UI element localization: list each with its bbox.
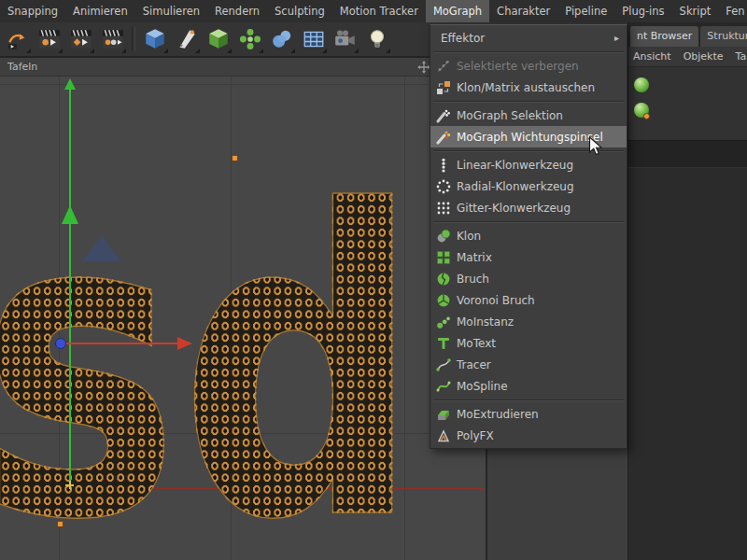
menu-item-moextrudieren[interactable]: MoExtrudieren xyxy=(430,403,627,425)
menu-item-klon-matrix-austauschen[interactable]: Klon/Matrix austauschen xyxy=(430,77,627,98)
x-axis-handle[interactable] xyxy=(63,343,179,344)
app-window: Snapping Animieren Simulieren Rendern Sc… xyxy=(0,0,747,560)
object-manager-menubar: Ansicht Objekte Ta xyxy=(628,47,747,67)
keyframe-record-icon[interactable] xyxy=(35,25,63,54)
bounding-box-handle[interactable] xyxy=(232,155,238,161)
menu-simulieren[interactable]: Simulieren xyxy=(135,0,207,22)
subdivision-cube-icon[interactable] xyxy=(204,25,233,54)
viewport-menu-tafeln[interactable]: Tafeln xyxy=(7,61,37,73)
menu-pipeline[interactable]: Pipeline xyxy=(557,0,614,22)
panel-divider xyxy=(628,140,747,168)
menu-item-polyfx[interactable]: PolyFX xyxy=(430,425,627,446)
fracture-icon xyxy=(436,272,451,287)
menu-item-label: Klon/Matrix austauschen xyxy=(457,81,595,94)
menu-separator xyxy=(430,397,627,403)
motext-icon xyxy=(436,336,451,351)
panel-tab-bar: nt Browser Struktur xyxy=(628,22,747,47)
menu-item-matrix[interactable]: Matrix xyxy=(430,246,627,268)
submenu-arrow-icon: ▸ xyxy=(614,33,619,43)
viewport-header: Tafeln xyxy=(0,58,486,77)
metaball-icon[interactable] xyxy=(267,25,296,54)
menu-snapping[interactable]: Snapping xyxy=(0,0,65,22)
metaball-icon xyxy=(270,27,294,51)
menu-mograph[interactable]: MoGraph xyxy=(426,0,489,22)
keyframe-edit-icon[interactable] xyxy=(98,25,127,54)
menu-item-label: MoGraph Selektion xyxy=(457,109,563,122)
menu-item-klon[interactable]: Klon xyxy=(430,225,627,246)
menu-animieren[interactable]: Animieren xyxy=(65,0,135,22)
menu-item-gitter-klonwerkzeug[interactable]: Gitter-Klonwerkzeug xyxy=(430,197,627,218)
object-item[interactable] xyxy=(634,97,747,122)
menu-item-label: Gitter-Klonwerkzeug xyxy=(457,202,571,215)
mograph-dropdown-menu: Effektor ▸ Selektierte verbergen Klon/Ma… xyxy=(430,24,627,449)
object-origin-handle[interactable] xyxy=(55,338,66,349)
menu-item-label: Selektierte verbergen xyxy=(457,60,579,73)
cube-primitive-icon xyxy=(143,27,167,51)
menu-item-bruch[interactable]: Bruch xyxy=(430,268,627,289)
menu-sculpting[interactable]: Sculpting xyxy=(267,0,332,22)
menu-objekte[interactable]: Objekte xyxy=(684,50,724,63)
matrix-icon xyxy=(436,250,451,265)
keyframe-record-icon xyxy=(37,27,62,51)
menu-plugins[interactable]: Plug-ins xyxy=(614,0,671,22)
menu-skript[interactable]: Skript xyxy=(672,0,719,22)
menu-item-label: Linear-Klonwerkzeug xyxy=(457,159,573,172)
menu-fenster[interactable]: Fen xyxy=(718,0,747,22)
keyframe-play-icon xyxy=(69,27,93,51)
menu-ansicht[interactable]: Ansicht xyxy=(633,50,671,63)
menu-item-mograph-selektion[interactable]: MoGraph Selektion xyxy=(430,105,627,126)
menu-item-radial-klonwerkzeug[interactable]: Radial-Klonwerkzeug xyxy=(430,175,627,197)
linear-clone-icon xyxy=(436,158,451,173)
menu-item-moinstanz[interactable]: MoInstanz xyxy=(430,311,627,332)
grid-clone-icon xyxy=(436,201,451,216)
radial-clone-icon xyxy=(436,179,451,194)
menu-item-label: Klon xyxy=(457,230,481,243)
y-axis-arrowhead-icon[interactable] xyxy=(64,78,76,90)
menu-item-tracer[interactable]: Tracer xyxy=(430,354,627,375)
mouse-cursor-icon xyxy=(588,136,603,161)
tab-struktur[interactable]: Struktur xyxy=(700,26,747,47)
y-axis-handle[interactable] xyxy=(69,84,71,485)
weight-brush-icon xyxy=(436,130,451,145)
ffd-grid-icon[interactable] xyxy=(299,25,328,54)
menu-item-label: MoGraph Wichtungspinsel xyxy=(457,131,603,144)
viewport-canvas[interactable]: Tafeln sd xyxy=(0,58,486,560)
motion-track-icon[interactable] xyxy=(3,25,32,54)
right-panel: nt Browser Struktur Ansicht Objekte Ta xyxy=(627,22,747,560)
cube-primitive-icon[interactable] xyxy=(140,25,169,54)
menu-motion-tracker[interactable]: Motion Tracker xyxy=(332,0,426,22)
menu-item-voronoi-bruch[interactable]: Voronoi Bruch xyxy=(430,289,627,311)
menu-item-effektor[interactable]: Effektor ▸ xyxy=(430,27,627,49)
object-item[interactable] xyxy=(634,72,747,97)
x-axis-arrowhead-icon[interactable] xyxy=(177,337,192,350)
menu-item-selektierte-verbergen[interactable]: Selektierte verbergen xyxy=(430,55,627,77)
keyframe-play-icon[interactable] xyxy=(66,25,95,54)
array-object-icon xyxy=(238,27,262,51)
voronoi-fracture-icon xyxy=(436,293,451,308)
menu-item-mospline[interactable]: MoSpline xyxy=(430,375,627,397)
toolbar-separator xyxy=(132,27,135,51)
y-axis-arrowhead-icon[interactable] xyxy=(62,205,78,224)
menu-item-label: MoText xyxy=(457,337,496,350)
clone-icon xyxy=(436,229,451,244)
bounding-box-handle[interactable] xyxy=(57,521,63,527)
keyframe-edit-icon xyxy=(101,27,125,51)
menubar: Snapping Animieren Simulieren Rendern Sc… xyxy=(0,0,747,22)
menu-charakter[interactable]: Charakter xyxy=(489,0,557,22)
menu-item-label: PolyFX xyxy=(457,429,494,442)
menu-item-label: MoInstanz xyxy=(457,315,514,329)
tab-content-browser[interactable]: nt Browser xyxy=(630,26,698,47)
light-icon[interactable] xyxy=(362,25,391,54)
array-object-icon[interactable] xyxy=(235,25,264,54)
ffd-grid-icon xyxy=(302,27,326,51)
menu-item-label: Matrix xyxy=(457,251,492,264)
menu-item-motext[interactable]: MoText xyxy=(430,332,627,354)
menu-rendern[interactable]: Rendern xyxy=(207,0,267,22)
mospline-icon xyxy=(436,379,451,394)
camera-icon[interactable] xyxy=(331,25,359,54)
spline-pen-icon[interactable] xyxy=(172,25,201,54)
menu-tags[interactable]: Ta xyxy=(736,50,747,63)
orange-generator-dot-icon xyxy=(643,113,650,119)
hidden-dots-icon xyxy=(436,59,451,74)
motion-track-icon xyxy=(6,27,30,51)
